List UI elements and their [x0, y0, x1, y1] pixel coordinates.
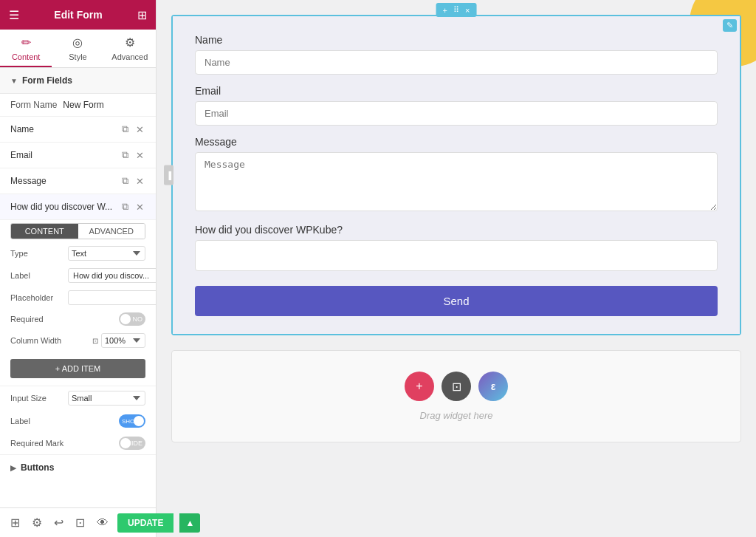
field-placeholder-row: Placeholder — [0, 287, 156, 309]
form-widget-edit-btn[interactable]: ✎ — [723, 19, 737, 32]
form-fields-section-label: Form Fields — [22, 75, 72, 86]
required-mark-row: Required Mark HIDE — [0, 432, 156, 455]
field-message-delete-btn[interactable]: ✕ — [134, 174, 145, 188]
form-discover-field-label: How did you discover WPKube? — [195, 224, 718, 236]
drag-zone-icons: + ⊡ ε — [405, 372, 508, 401]
content-tab-icon: ✏ — [21, 35, 31, 49]
field-discover-duplicate-btn[interactable]: ⧉ — [120, 199, 130, 214]
widget-add-btn[interactable]: + — [441, 5, 450, 16]
update-arrow-button[interactable]: ▲ — [179, 513, 200, 533]
buttons-section[interactable]: ▶ Buttons — [0, 455, 156, 480]
field-message-duplicate-btn[interactable]: ⧉ — [120, 174, 130, 188]
field-name-delete-btn[interactable]: ✕ — [134, 123, 145, 137]
required-mark-toggle[interactable]: HIDE — [119, 437, 145, 450]
form-collapse-btn[interactable]: ▐ — [164, 165, 173, 185]
field-email-delete-btn[interactable]: ✕ — [134, 148, 145, 163]
field-name-duplicate-btn[interactable]: ⧉ — [120, 122, 130, 137]
field-column-width-label: Column Width — [10, 336, 62, 345]
tab-style-label: Style — [69, 52, 86, 61]
form-group-discover: How did you discover WPKube? — [195, 224, 718, 271]
buttons-arrow-icon: ▶ — [10, 464, 16, 472]
field-type-label: Type — [10, 249, 62, 258]
field-name-label: Name — [10, 124, 116, 134]
form-message-field-label: Message — [195, 136, 718, 148]
drag-zone-elementor-icon[interactable]: ε — [478, 372, 508, 401]
tab-content[interactable]: ✏ Content — [0, 30, 52, 67]
column-width-icon: ⊡ — [92, 337, 98, 345]
form-widget-content: Name Email Message How did you discover … — [173, 16, 740, 334]
field-item-email: Email ⧉ ✕ — [0, 143, 156, 168]
form-name-field-label: Name — [195, 34, 718, 46]
label-toggle-row: Label SHOW — [0, 410, 156, 432]
field-sub-tab-content[interactable]: CONTENT — [11, 224, 78, 239]
field-label-input[interactable] — [68, 268, 156, 283]
form-group-email: Email — [195, 85, 718, 126]
label-toggle[interactable]: SHOW — [119, 414, 145, 428]
sidebar-tabs: ✏ Content ◎ Style ⚙ Advanced — [0, 30, 156, 68]
drag-zone-text: Drag widget here — [420, 410, 493, 421]
form-send-button[interactable]: Send — [195, 286, 718, 316]
field-sub-tab-advanced[interactable]: ADVANCED — [78, 224, 145, 239]
drag-zone: + ⊡ ε Drag widget here — [171, 350, 741, 442]
field-type-row: Type Text Email Textarea — [0, 242, 156, 264]
form-name-row: Form Name New Form — [0, 94, 156, 117]
input-size-label: Input Size — [10, 394, 62, 403]
widget-drag-btn[interactable]: ⠿ — [451, 4, 461, 16]
input-size-select[interactable]: Small Medium Large — [68, 391, 145, 406]
form-name-label: Form Name — [10, 100, 57, 110]
tab-content-label: Content — [12, 52, 41, 61]
field-label-label: Label — [10, 271, 62, 280]
field-required-toggle-text: NO — [133, 315, 143, 323]
sidebar-bottom-bar: ⊞ ⚙ ↩ ⊡ 👁 UPDATE ▲ — [0, 507, 156, 537]
field-required-row: Required NO — [0, 309, 156, 329]
add-item-button[interactable]: + ADD ITEM — [10, 359, 145, 378]
grid-icon[interactable]: ⊞ — [137, 8, 147, 22]
tab-advanced-label: Advanced — [111, 52, 148, 61]
section-arrow-icon: ▼ — [10, 77, 18, 85]
elements-icon-btn[interactable]: ⊡ — [72, 513, 88, 533]
tab-advanced[interactable]: ⚙ Advanced — [104, 30, 156, 67]
widget-close-btn[interactable]: × — [463, 5, 472, 16]
main-canvas: + ⠿ × ✎ ▐ Name Email Message — [157, 0, 756, 537]
form-discover-empty-field — [195, 240, 718, 271]
responsive-icon-btn[interactable]: ⊞ — [7, 513, 23, 533]
label-toggle-text: SHOW — [122, 418, 140, 425]
settings-icon-btn[interactable]: ⚙ — [29, 513, 45, 533]
form-name-value: New Form — [63, 100, 103, 110]
tab-style[interactable]: ◎ Style — [52, 30, 103, 67]
form-widget-toolbar: + ⠿ × — [436, 3, 477, 17]
drag-zone-folder-icon[interactable]: ⊡ — [441, 372, 471, 401]
field-required-toggle[interactable]: NO — [119, 312, 145, 326]
field-discover-label: How did you discover W... — [10, 202, 116, 212]
field-required-label: Required — [10, 315, 62, 324]
field-item-message: Message ⧉ ✕ — [0, 168, 156, 194]
field-placeholder-input[interactable] — [68, 290, 156, 305]
form-email-input[interactable] — [195, 101, 718, 126]
sidebar: ☰ Edit Form ⊞ ✏ Content ◎ Style ⚙ Advanc… — [0, 0, 157, 537]
form-name-input[interactable] — [195, 50, 718, 75]
required-mark-toggle-text: HIDE — [126, 439, 142, 447]
required-mark-label: Required Mark — [10, 439, 63, 448]
field-sub-tabs: CONTENT ADVANCED — [10, 223, 145, 239]
drag-zone-add-icon[interactable]: + — [405, 372, 434, 401]
label-toggle-label: Label — [10, 417, 62, 425]
update-button[interactable]: UPDATE — [117, 513, 173, 533]
hamburger-icon[interactable]: ☰ — [9, 8, 19, 22]
form-group-name: Name — [195, 34, 718, 75]
field-message-label: Message — [10, 176, 116, 186]
field-column-width-row: Column Width ⊡ 100% 75% 50% 33% 25% — [0, 329, 156, 352]
field-discover-delete-btn[interactable]: ✕ — [134, 200, 145, 214]
style-tab-icon: ◎ — [72, 35, 83, 49]
buttons-section-label: Buttons — [21, 462, 54, 473]
form-fields-section-header[interactable]: ▼ Form Fields — [0, 68, 156, 94]
sidebar-content: ▼ Form Fields Form Name New Form Name ⧉ … — [0, 68, 156, 507]
field-item-name: Name ⧉ ✕ — [0, 117, 156, 143]
field-type-select[interactable]: Text Email Textarea — [68, 246, 145, 261]
eye-icon-btn[interactable]: 👁 — [94, 513, 111, 533]
field-email-duplicate-btn[interactable]: ⧉ — [120, 148, 130, 163]
form-message-textarea[interactable] — [195, 152, 718, 211]
sidebar-title: Edit Form — [54, 9, 102, 21]
undo-icon-btn[interactable]: ↩ — [51, 513, 66, 533]
field-column-width-select[interactable]: 100% 75% 50% 33% 25% — [101, 333, 145, 348]
advanced-tab-icon: ⚙ — [125, 35, 135, 49]
